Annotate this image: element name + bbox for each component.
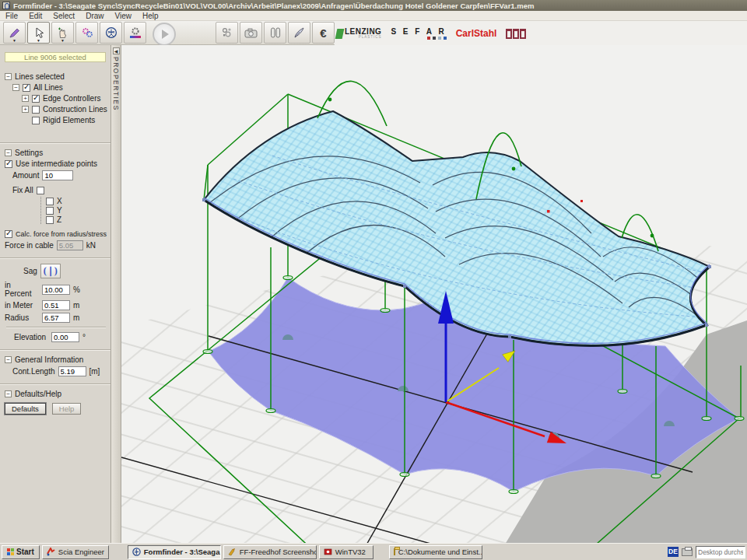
mechanism-button[interactable] (75, 22, 98, 44)
fix-all-checkbox[interactable] (37, 187, 44, 194)
collapse-icon[interactable]: − (5, 73, 12, 80)
sag-radius-row: Radius m (5, 313, 107, 323)
menu-edit[interactable]: Edit (23, 12, 47, 20)
elevation-input[interactable] (51, 332, 79, 342)
all-lines-checkbox[interactable] (23, 84, 30, 92)
sag-meter-label: in Meter (5, 301, 39, 310)
sag-row: Sag (❘) (23, 264, 107, 278)
settings-section: − Settings Use intermediate points Amoun… (0, 142, 110, 257)
sag-shape-button[interactable]: (❘) (40, 264, 61, 278)
viewport[interactable] (121, 45, 747, 543)
task-wintv[interactable]: WinTV32 (319, 545, 374, 559)
tree-item-all-lines[interactable]: − All Lines (12, 83, 107, 92)
length-unit: [m] (89, 367, 100, 376)
construction-lines-checkbox[interactable] (32, 106, 40, 114)
draw-tool-button[interactable]: ▼ (3, 22, 26, 44)
rigid-elements-checkbox[interactable] (32, 117, 40, 124)
length-input[interactable] (58, 366, 86, 376)
cost-button[interactable]: € (312, 22, 335, 44)
feather-icon (293, 26, 306, 39)
fix-x-row: X (46, 197, 107, 205)
fix-z-checkbox[interactable] (46, 216, 54, 224)
defaults-title: Defaults/Help (15, 390, 61, 398)
system-tray: DE (668, 546, 745, 558)
sefar-squares-icon (391, 37, 446, 40)
material-rolls-button[interactable] (264, 22, 286, 44)
collapse-icon[interactable]: − (5, 390, 12, 397)
tree-item-construction-lines[interactable]: + Construction Lines (22, 105, 107, 114)
vitruvian-man-icon (105, 26, 117, 39)
menu-select[interactable]: Select (47, 12, 80, 20)
tree-root-label: Lines selected (15, 72, 65, 81)
snapshot-button[interactable] (240, 22, 262, 44)
amount-row: Amount (12, 170, 107, 180)
tree-item-edge-controllers[interactable]: + Edge Controllers (22, 94, 107, 103)
collapse-panel-icon[interactable]: ◀ (113, 47, 120, 54)
calc-force-label: Calc. force from radius/stress (16, 230, 107, 238)
play-button[interactable] (153, 23, 176, 46)
rigid-elements-label: Rigid Elements (43, 116, 95, 124)
length-row: Cont.Length [m] (12, 366, 107, 376)
sag-radius-input[interactable] (42, 313, 70, 323)
edge-controllers-checkbox[interactable] (32, 95, 40, 103)
task-label: WinTV32 (335, 548, 366, 556)
sag-percent-row: in Percent % (5, 281, 107, 298)
sag-radius-label: Radius (5, 313, 39, 322)
amount-input[interactable] (42, 170, 73, 180)
collapse-icon[interactable]: − (5, 356, 12, 363)
tree-root[interactable]: − Lines selected (5, 72, 107, 81)
3d-viewport-canvas[interactable] (121, 45, 747, 543)
general-header[interactable]: − General Information (5, 355, 107, 364)
euro-icon: € (320, 26, 326, 40)
dropdown-arrow-icon: ▼ (12, 39, 16, 43)
title-bar[interactable]: Formfinder - 3:\Seagate Sync\SyncRecycle… (0, 0, 747, 11)
fix-x-label: X (57, 197, 62, 205)
language-indicator[interactable]: DE (668, 547, 679, 557)
general-title: General Information (15, 355, 83, 364)
collapse-icon[interactable]: − (5, 149, 12, 156)
settings-header[interactable]: − Settings (5, 149, 107, 157)
task-label: C:\Dokumente und Einst... (398, 548, 482, 556)
expand-icon[interactable]: − (12, 84, 19, 91)
analysis-button[interactable] (216, 22, 238, 44)
menu-file[interactable]: File (0, 12, 23, 20)
defaults-header[interactable]: − Defaults/Help (5, 390, 107, 398)
menu-bar: File Edit Select Draw View Help (0, 11, 747, 21)
help-button[interactable]: Help (52, 403, 82, 415)
fix-x-checkbox[interactable] (46, 198, 54, 205)
fix-y-checkbox[interactable] (46, 207, 54, 215)
tree-item-rigid-elements[interactable]: Rigid Elements (22, 116, 107, 124)
defaults-button[interactable]: Defaults (5, 403, 46, 415)
task-ff-freedhof[interactable]: FF-Freedhof Screenshot ... (223, 545, 317, 559)
vitruvian-button[interactable] (100, 22, 122, 44)
general-section: − General Information Cont.Length [m] (0, 349, 110, 383)
menu-view[interactable]: View (110, 12, 138, 20)
sketch-button[interactable] (288, 22, 310, 44)
desktop-search-input[interactable] (696, 546, 745, 558)
task-explorer-folder[interactable]: C:\Dokumente und Einst... (389, 545, 482, 559)
menu-help[interactable]: Help (137, 12, 164, 20)
sag-meter-input[interactable] (42, 300, 70, 310)
printer-icon[interactable] (682, 548, 693, 556)
camera-icon (244, 27, 258, 39)
menu-draw[interactable]: Draw (80, 12, 109, 20)
properties-tab-strip[interactable]: ◀ PROPERTIES (111, 45, 121, 543)
start-button[interactable]: Start (2, 545, 40, 559)
select-tool-button[interactable]: ▼ (27, 22, 50, 44)
calc-force-checkbox[interactable] (5, 230, 12, 238)
fix-z-row: Z (46, 215, 107, 224)
sag-section: Sag (❘) in Percent % in Meter m Radius m… (0, 257, 110, 349)
properties-tab-label: PROPERTIES (112, 57, 120, 111)
sag-percent-label: in Percent (5, 281, 39, 298)
task-formfinder[interactable]: Formfinder - 3:\Seaga... (128, 545, 221, 559)
expand-icon[interactable]: + (22, 95, 29, 102)
use-points-checkbox[interactable] (5, 160, 12, 168)
sag-percent-input[interactable] (42, 285, 70, 295)
amount-label: Amount (12, 171, 39, 180)
settings-gear-button[interactable] (124, 22, 146, 44)
force-label: Force in cable (5, 241, 54, 250)
expand-icon[interactable]: + (22, 106, 29, 113)
task-scia-engineer[interactable]: Scia Engineer (42, 545, 109, 559)
grab-tool-button[interactable]: ▼ (51, 22, 74, 44)
force-input (57, 240, 83, 250)
